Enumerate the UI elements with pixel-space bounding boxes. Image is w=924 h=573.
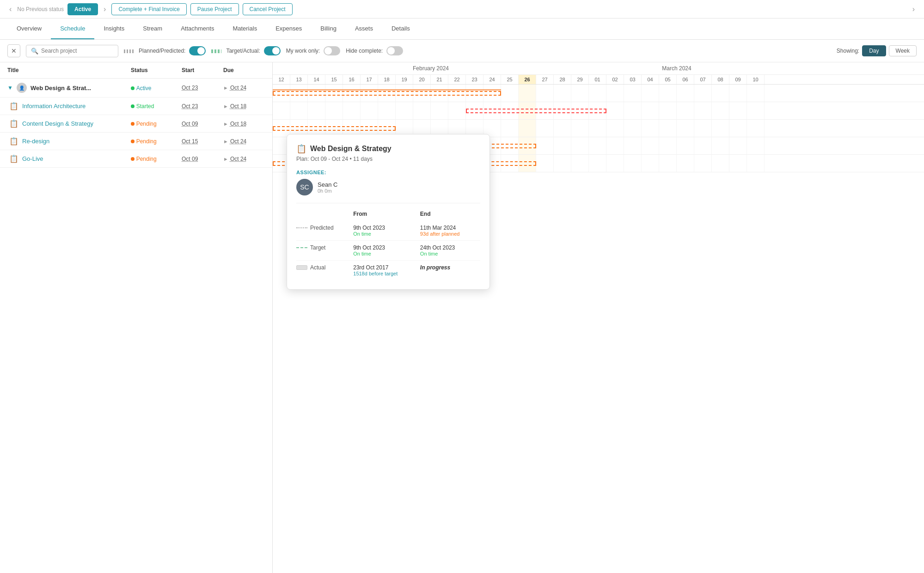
task-icon-1: 📋	[9, 102, 18, 110]
week-button[interactable]: Week	[889, 45, 917, 56]
day-cell-mar-06[interactable]: 06	[677, 75, 694, 84]
tab-attachments[interactable]: Attachments	[171, 18, 223, 39]
target-actual-toggle[interactable]	[264, 46, 281, 55]
day-cell-feb-19[interactable]: 19	[396, 75, 413, 84]
my-work-toggle[interactable]	[324, 46, 340, 55]
tab-assets[interactable]: Assets	[346, 18, 382, 39]
tab-stream[interactable]: Stream	[134, 18, 171, 39]
day-bg-28	[554, 137, 571, 154]
day-bg-09	[729, 102, 747, 119]
day-cell-feb-29[interactable]: 29	[571, 75, 589, 84]
tab-billing[interactable]: Billing	[311, 18, 346, 39]
day-cell-feb-18[interactable]: 18	[378, 75, 396, 84]
active-status-button[interactable]: Active	[67, 3, 98, 15]
tab-details[interactable]: Details	[382, 18, 419, 39]
solid-gray-line-icon	[296, 265, 307, 270]
task-4-title[interactable]: 📋 Go-Live	[9, 154, 131, 163]
target-actual-label: Target/Actual:	[226, 48, 260, 54]
mar-label: March 2024	[589, 62, 765, 74]
planned-predicted-label: Planned/Predicted:	[139, 48, 185, 54]
task-row-3[interactable]: 📋 Re-design Pending Oct 15 ► Oct 24	[0, 133, 272, 150]
far-right-arrow[interactable]: ›	[911, 5, 917, 13]
day-bg-09	[729, 155, 747, 172]
task-4-due[interactable]: Oct 24	[230, 156, 246, 162]
task-1-start[interactable]: Oct 23	[182, 103, 223, 110]
day-cell-feb-16[interactable]: 16	[343, 75, 361, 84]
day-cell-feb-20[interactable]: 20	[413, 75, 431, 84]
hide-complete-toggle[interactable]	[386, 46, 403, 55]
search-icon: 🔍	[31, 48, 38, 55]
day-bg-06	[677, 155, 694, 172]
popup-card[interactable]: 📋 Web Design & Strategy Plan: Oct 09 - O…	[287, 134, 490, 290]
day-bg-04	[642, 155, 659, 172]
task-4-start[interactable]: Oct 09	[182, 156, 223, 162]
day-bg-02	[606, 85, 624, 102]
day-cell-feb-14[interactable]: 14	[308, 75, 325, 84]
task-1-due[interactable]: Oct 18	[230, 103, 246, 110]
search-box[interactable]: 🔍	[26, 45, 118, 57]
pause-project-button[interactable]: Pause Project	[190, 3, 239, 15]
day-cell-feb-15[interactable]: 15	[325, 75, 343, 84]
day-cell-feb-25[interactable]: 25	[501, 75, 519, 84]
task-row-parent[interactable]: ▼ 👤 Web Design & Strat... Active Oct 23 …	[0, 79, 272, 98]
day-bg-29	[571, 137, 589, 154]
day-cell-feb-13[interactable]: 13	[290, 75, 308, 84]
tab-overview[interactable]: Overview	[7, 18, 51, 39]
task-icon-3: 📋	[9, 137, 18, 146]
complete-invoice-button[interactable]: Complete + Final Invoice	[111, 3, 186, 15]
search-input[interactable]	[41, 48, 113, 54]
task-3-title[interactable]: 📋 Re-design	[9, 137, 131, 146]
day-cell-mar-09[interactable]: 09	[729, 75, 747, 84]
task-row-4[interactable]: 📋 Go-Live Pending Oct 09 ► Oct 24	[0, 150, 272, 168]
day-cell-mar-07[interactable]: 07	[694, 75, 712, 84]
task-1-title[interactable]: 📋 Information Architecture	[9, 102, 131, 110]
prev-status-arrow[interactable]: ‹	[7, 5, 13, 13]
gantt-row-1[interactable]	[273, 102, 924, 120]
expand-chevron[interactable]: ▼	[7, 85, 13, 91]
day-button[interactable]: Day	[862, 45, 886, 56]
day-cell-mar-04[interactable]: 04	[642, 75, 659, 84]
day-cell-feb-21[interactable]: 21	[431, 75, 448, 84]
day-cell-mar-02[interactable]: 02	[606, 75, 624, 84]
task-3-start[interactable]: Oct 15	[182, 138, 223, 145]
day-bg-28	[554, 85, 571, 102]
tab-expenses[interactable]: Expenses	[266, 18, 311, 39]
day-cell-feb-24[interactable]: 24	[483, 75, 501, 84]
close-button[interactable]: ✕	[7, 44, 20, 57]
day-cell-feb-23[interactable]: 23	[466, 75, 483, 84]
day-cell-feb-22[interactable]: 22	[448, 75, 466, 84]
parent-title[interactable]: ▼ 👤 Web Design & Strat...	[7, 83, 131, 93]
task-3-due[interactable]: Oct 24	[230, 138, 246, 145]
task-row-1[interactable]: 📋 Information Architecture Started Oct 2…	[0, 98, 272, 115]
day-cell-mar-08[interactable]: 08	[712, 75, 729, 84]
tab-schedule[interactable]: Schedule	[51, 18, 94, 39]
day-cell-feb-26[interactable]: 26	[519, 75, 536, 84]
task-2-start[interactable]: Oct 09	[182, 121, 223, 127]
next-status-arrow[interactable]: ›	[102, 5, 108, 13]
planned-predicted-toggle[interactable]	[189, 46, 206, 55]
day-cell-feb-28[interactable]: 28	[554, 75, 571, 84]
status-dot-active	[131, 86, 135, 90]
day-cell-feb-12[interactable]: 12	[273, 75, 290, 84]
task-row-2[interactable]: 📋 Content Design & Strategy Pending Oct …	[0, 115, 272, 133]
cancel-project-button[interactable]: Cancel Project	[243, 3, 293, 15]
parent-start[interactable]: Oct 23	[182, 85, 223, 91]
day-bg-02	[606, 120, 624, 137]
tab-insights[interactable]: Insights	[94, 18, 134, 39]
day-cell-mar-01[interactable]: 01	[589, 75, 606, 84]
task-2-due[interactable]: Oct 18	[230, 121, 246, 127]
popup-icon: 📋	[296, 144, 306, 154]
day-cell-feb-17[interactable]: 17	[361, 75, 378, 84]
parent-due[interactable]: Oct 24	[230, 85, 246, 91]
day-cell-mar-05[interactable]: 05	[659, 75, 677, 84]
day-cell-feb-27[interactable]: 27	[536, 75, 554, 84]
task-2-title[interactable]: 📋 Content Design & Strategy	[9, 119, 131, 128]
day-cell-mar-10[interactable]: 10	[747, 75, 765, 84]
hide-complete-label: Hide complete:	[346, 48, 383, 54]
day-bg-03	[624, 85, 642, 102]
tab-materials[interactable]: Materials	[223, 18, 266, 39]
day-bg-12	[273, 102, 290, 119]
gantt-row-0[interactable]	[273, 85, 924, 102]
due-arrow-4: ►	[223, 156, 228, 162]
day-cell-mar-03[interactable]: 03	[624, 75, 642, 84]
